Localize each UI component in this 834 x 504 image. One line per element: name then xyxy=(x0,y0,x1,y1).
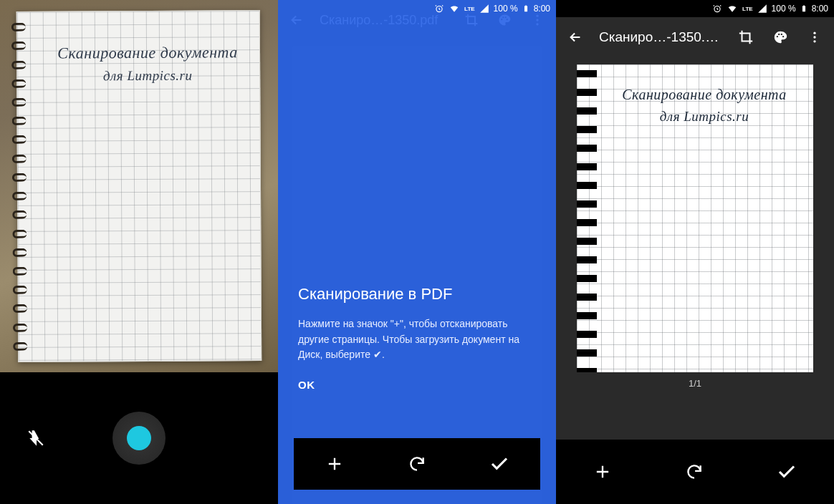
bottom-action-bar xyxy=(294,438,540,490)
doc-title: Сканиро…-1350.pdf xyxy=(599,29,722,45)
scan-line-2: для Lumpics.ru xyxy=(607,106,802,127)
svg-point-18 xyxy=(813,32,815,34)
signal-icon xyxy=(479,4,489,14)
handwriting-line-2: для Lumpics.ru xyxy=(47,64,248,87)
hint-body: Нажмите на значок "+", чтобы отсканирова… xyxy=(298,316,536,363)
crop-icon[interactable] xyxy=(735,26,757,48)
flash-off-icon[interactable] xyxy=(21,424,50,452)
shutter-inner xyxy=(127,426,151,450)
ok-button[interactable]: OK xyxy=(298,379,536,391)
bottom-action-bar xyxy=(556,440,834,504)
scanned-page[interactable]: Сканирование документа для Lumpics.ru xyxy=(577,64,813,372)
scan-preview-area: Сканирование документа для Lumpics.ru 1/… xyxy=(556,57,834,440)
status-bar: LTE 100 % 8:00 xyxy=(278,0,556,17)
camera-controls xyxy=(0,372,278,504)
add-page-button[interactable] xyxy=(593,462,613,482)
confirm-button[interactable] xyxy=(776,461,797,483)
clock: 8:00 xyxy=(534,4,550,14)
svg-point-15 xyxy=(778,34,780,35)
hint-title: Сканирование в PDF xyxy=(298,285,536,304)
back-arrow-icon[interactable] xyxy=(565,26,586,48)
blue-overlay xyxy=(278,0,556,504)
retake-button[interactable] xyxy=(685,462,704,481)
camera-viewfinder: Сканирование документа для Lumpics.ru xyxy=(0,0,278,372)
handwritten-text: Сканирование документа для Lumpics.ru xyxy=(17,11,260,87)
scan-result-screen: LTE 100 % 8:00 Сканиро…-1350.pdf xyxy=(556,0,834,504)
notebook-photo: Сканирование документа для Lumpics.ru xyxy=(16,10,262,362)
net-label: LTE xyxy=(742,6,753,12)
add-page-button[interactable] xyxy=(320,450,349,478)
svg-rect-2 xyxy=(524,6,527,11)
svg-rect-13 xyxy=(803,5,805,6)
more-vert-icon[interactable] xyxy=(804,26,825,48)
svg-point-16 xyxy=(781,34,782,35)
retake-button[interactable] xyxy=(403,450,431,478)
status-bar: LTE 100 % 8:00 xyxy=(556,0,834,17)
wifi-icon xyxy=(727,4,738,14)
shutter-button[interactable] xyxy=(112,412,166,465)
battery-icon xyxy=(522,4,529,14)
alarm-icon xyxy=(434,4,444,14)
svg-point-14 xyxy=(777,36,778,37)
scan-hint-screen: LTE 100 % 8:00 Сканиро…-1350.pdf xyxy=(278,0,556,504)
battery-pct: 100 % xyxy=(772,4,796,14)
clock: 8:00 xyxy=(812,4,828,14)
confirm-button[interactable] xyxy=(485,450,514,478)
scanned-handwriting: Сканирование документа для Lumpics.ru xyxy=(577,64,813,127)
svg-point-19 xyxy=(813,36,815,38)
camera-capture-screen: Сканирование документа для Lumpics.ru xyxy=(0,0,278,504)
page-counter: 1/1 xyxy=(689,378,701,389)
battery-icon xyxy=(800,4,807,14)
wifi-icon xyxy=(449,4,460,14)
app-bar: Сканиро…-1350.pdf xyxy=(556,17,834,57)
spiral-binding xyxy=(11,12,29,362)
palette-icon[interactable] xyxy=(770,26,791,48)
svg-rect-3 xyxy=(525,5,527,6)
scan-line-1: Сканирование документа xyxy=(607,83,802,106)
svg-point-20 xyxy=(813,40,815,42)
net-label: LTE xyxy=(464,6,475,12)
signal-icon xyxy=(757,4,767,14)
hint-panel: Сканирование в PDF Нажмите на значок "+"… xyxy=(298,285,536,391)
battery-pct: 100 % xyxy=(494,4,518,14)
svg-rect-12 xyxy=(802,6,805,11)
handwriting-line-1: Сканирование документа xyxy=(47,39,248,66)
alarm-icon xyxy=(712,4,722,14)
svg-point-17 xyxy=(782,36,784,37)
